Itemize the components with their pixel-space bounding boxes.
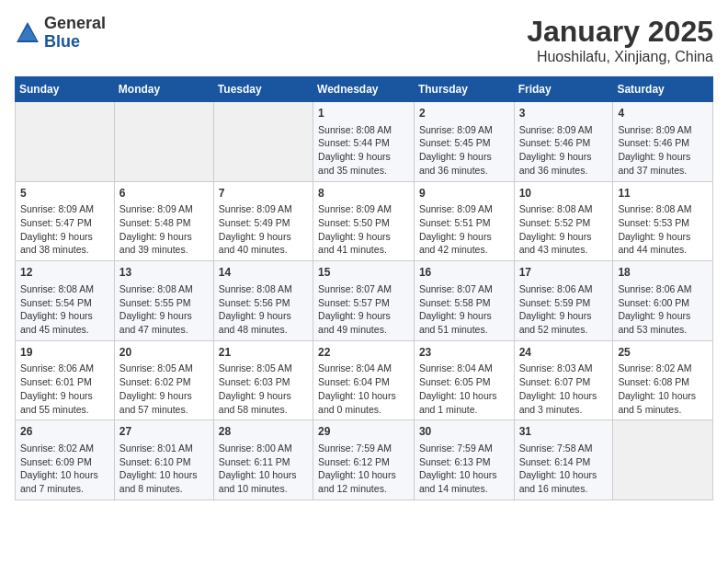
header-row: SundayMondayTuesdayWednesdayThursdayFrid… [16, 77, 713, 102]
week-row-4: 19Sunrise: 8:06 AM Sunset: 6:01 PM Dayli… [16, 340, 713, 420]
calendar-cell: 1Sunrise: 8:08 AM Sunset: 5:44 PM Daylig… [313, 102, 415, 182]
calendar-cell: 20Sunrise: 8:05 AM Sunset: 6:02 PM Dayli… [114, 340, 213, 420]
calendar-cell: 2Sunrise: 8:09 AM Sunset: 5:45 PM Daylig… [414, 102, 514, 182]
day-number: 28 [219, 424, 308, 440]
calendar-subtitle: Huoshilafu, Xinjiang, China [527, 49, 713, 65]
day-info: Sunrise: 8:08 AM Sunset: 5:52 PM Dayligh… [519, 202, 609, 257]
day-number: 18 [618, 265, 708, 281]
calendar-cell: 18Sunrise: 8:06 AM Sunset: 6:00 PM Dayli… [613, 261, 713, 341]
week-row-2: 5Sunrise: 8:09 AM Sunset: 5:47 PM Daylig… [16, 181, 713, 261]
day-number: 17 [519, 265, 609, 281]
day-info: Sunrise: 8:06 AM Sunset: 5:59 PM Dayligh… [519, 282, 609, 337]
day-info: Sunrise: 8:09 AM Sunset: 5:46 PM Dayligh… [519, 123, 609, 178]
day-info: Sunrise: 8:02 AM Sunset: 6:09 PM Dayligh… [20, 442, 109, 496]
header-day-saturday: Saturday [613, 77, 713, 102]
week-row-1: 1Sunrise: 8:08 AM Sunset: 5:44 PM Daylig… [16, 102, 713, 182]
calendar-body: 1Sunrise: 8:08 AM Sunset: 5:44 PM Daylig… [16, 102, 713, 500]
calendar-cell: 25Sunrise: 8:02 AM Sunset: 6:08 PM Dayli… [613, 340, 713, 420]
day-info: Sunrise: 7:59 AM Sunset: 6:13 PM Dayligh… [419, 442, 509, 496]
header-day-tuesday: Tuesday [213, 77, 313, 102]
day-number: 29 [318, 424, 409, 440]
day-info: Sunrise: 8:09 AM Sunset: 5:49 PM Dayligh… [219, 202, 308, 257]
calendar-cell: 21Sunrise: 8:05 AM Sunset: 6:03 PM Dayli… [213, 340, 313, 420]
day-info: Sunrise: 8:04 AM Sunset: 6:05 PM Dayligh… [419, 362, 509, 416]
logo-general: General [44, 15, 106, 33]
week-row-3: 12Sunrise: 8:08 AM Sunset: 5:54 PM Dayli… [16, 261, 713, 341]
calendar-cell: 22Sunrise: 8:04 AM Sunset: 6:04 PM Dayli… [313, 340, 415, 420]
day-info: Sunrise: 8:00 AM Sunset: 6:11 PM Dayligh… [219, 442, 308, 496]
day-number: 3 [519, 106, 609, 121]
day-info: Sunrise: 8:03 AM Sunset: 6:07 PM Dayligh… [519, 362, 609, 416]
day-number: 12 [20, 265, 109, 281]
logo-icon [15, 20, 40, 46]
calendar-cell: 14Sunrise: 8:08 AM Sunset: 5:56 PM Dayli… [213, 261, 313, 341]
calendar-cell [213, 102, 313, 182]
day-number: 20 [119, 345, 209, 361]
calendar-cell: 26Sunrise: 8:02 AM Sunset: 6:09 PM Dayli… [16, 420, 115, 500]
calendar-cell: 23Sunrise: 8:04 AM Sunset: 6:05 PM Dayli… [414, 340, 514, 420]
page-header: General Blue January 2025 Huoshilafu, Xi… [15, 15, 713, 65]
day-info: Sunrise: 8:07 AM Sunset: 5:58 PM Dayligh… [419, 282, 509, 337]
calendar-cell: 13Sunrise: 8:08 AM Sunset: 5:55 PM Dayli… [114, 261, 213, 341]
day-number: 9 [419, 186, 509, 201]
header-day-sunday: Sunday [16, 77, 115, 102]
day-info: Sunrise: 8:08 AM Sunset: 5:54 PM Dayligh… [20, 282, 109, 337]
day-info: Sunrise: 8:04 AM Sunset: 6:04 PM Dayligh… [318, 362, 409, 416]
calendar-cell: 12Sunrise: 8:08 AM Sunset: 5:54 PM Dayli… [16, 261, 115, 341]
header-day-wednesday: Wednesday [313, 77, 415, 102]
calendar-cell: 3Sunrise: 8:09 AM Sunset: 5:46 PM Daylig… [514, 102, 613, 182]
day-number: 22 [318, 345, 409, 361]
logo: General Blue [15, 15, 106, 52]
calendar-cell: 31Sunrise: 7:58 AM Sunset: 6:14 PM Dayli… [514, 420, 613, 500]
calendar-cell: 29Sunrise: 7:59 AM Sunset: 6:12 PM Dayli… [313, 420, 415, 500]
day-number: 7 [219, 186, 308, 201]
day-info: Sunrise: 8:09 AM Sunset: 5:50 PM Dayligh… [318, 202, 409, 257]
day-info: Sunrise: 8:09 AM Sunset: 5:48 PM Dayligh… [119, 202, 209, 257]
day-info: Sunrise: 8:08 AM Sunset: 5:55 PM Dayligh… [119, 282, 209, 337]
title-block: January 2025 Huoshilafu, Xinjiang, China [527, 15, 713, 65]
calendar-cell [114, 102, 213, 182]
day-info: Sunrise: 8:06 AM Sunset: 6:00 PM Dayligh… [618, 282, 708, 337]
header-day-thursday: Thursday [414, 77, 514, 102]
calendar-cell: 27Sunrise: 8:01 AM Sunset: 6:10 PM Dayli… [114, 420, 213, 500]
calendar-cell: 5Sunrise: 8:09 AM Sunset: 5:47 PM Daylig… [16, 181, 115, 261]
calendar-cell: 15Sunrise: 8:07 AM Sunset: 5:57 PM Dayli… [313, 261, 415, 341]
day-number: 27 [119, 424, 209, 440]
day-info: Sunrise: 8:08 AM Sunset: 5:44 PM Dayligh… [318, 123, 409, 178]
day-info: Sunrise: 8:08 AM Sunset: 5:53 PM Dayligh… [618, 202, 708, 257]
calendar-cell: 8Sunrise: 8:09 AM Sunset: 5:50 PM Daylig… [313, 181, 415, 261]
calendar-cell: 7Sunrise: 8:09 AM Sunset: 5:49 PM Daylig… [213, 181, 313, 261]
calendar-cell [613, 420, 713, 500]
calendar-cell: 11Sunrise: 8:08 AM Sunset: 5:53 PM Dayli… [613, 181, 713, 261]
calendar-cell: 16Sunrise: 8:07 AM Sunset: 5:58 PM Dayli… [414, 261, 514, 341]
calendar-cell [16, 102, 115, 182]
day-info: Sunrise: 8:02 AM Sunset: 6:08 PM Dayligh… [618, 362, 708, 416]
week-row-5: 26Sunrise: 8:02 AM Sunset: 6:09 PM Dayli… [16, 420, 713, 500]
calendar-cell: 9Sunrise: 8:09 AM Sunset: 5:51 PM Daylig… [414, 181, 514, 261]
day-number: 2 [419, 106, 509, 121]
day-info: Sunrise: 8:09 AM Sunset: 5:51 PM Dayligh… [419, 202, 509, 257]
calendar-cell: 24Sunrise: 8:03 AM Sunset: 6:07 PM Dayli… [514, 340, 613, 420]
calendar-header: SundayMondayTuesdayWednesdayThursdayFrid… [16, 77, 713, 102]
calendar-cell: 19Sunrise: 8:06 AM Sunset: 6:01 PM Dayli… [16, 340, 115, 420]
calendar-cell: 30Sunrise: 7:59 AM Sunset: 6:13 PM Dayli… [414, 420, 514, 500]
day-number: 11 [618, 186, 708, 201]
calendar-table: SundayMondayTuesdayWednesdayThursdayFrid… [15, 76, 713, 500]
day-info: Sunrise: 8:06 AM Sunset: 6:01 PM Dayligh… [20, 362, 109, 416]
day-info: Sunrise: 8:05 AM Sunset: 6:03 PM Dayligh… [219, 362, 308, 416]
day-number: 5 [20, 186, 109, 201]
day-info: Sunrise: 8:09 AM Sunset: 5:47 PM Dayligh… [20, 202, 109, 257]
day-info: Sunrise: 8:01 AM Sunset: 6:10 PM Dayligh… [119, 442, 209, 496]
calendar-cell: 17Sunrise: 8:06 AM Sunset: 5:59 PM Dayli… [514, 261, 613, 341]
day-number: 8 [318, 186, 409, 201]
day-number: 23 [419, 345, 509, 361]
day-number: 14 [219, 265, 308, 281]
day-number: 30 [419, 424, 509, 440]
calendar-title: January 2025 [527, 15, 713, 49]
day-number: 4 [618, 106, 708, 121]
day-info: Sunrise: 8:05 AM Sunset: 6:02 PM Dayligh… [119, 362, 209, 416]
day-number: 6 [119, 186, 209, 201]
day-number: 19 [20, 345, 109, 361]
day-number: 26 [20, 424, 109, 440]
day-number: 1 [318, 106, 409, 121]
